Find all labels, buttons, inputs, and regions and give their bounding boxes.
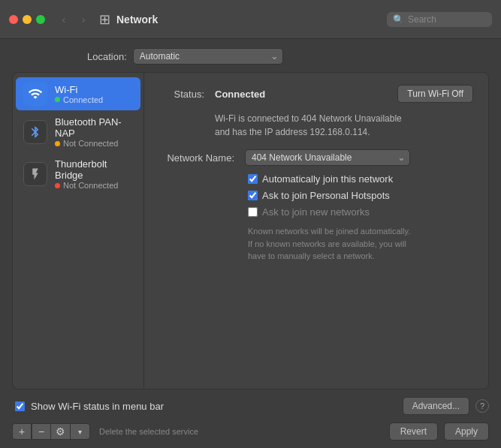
bluetooth-name: Bluetooth PAN-NAP — [55, 116, 133, 139]
content: Location: Automatic Wi-Fi — [0, 39, 501, 448]
checkbox-auto-join-label: Automatically join this network — [262, 173, 393, 185]
help-button[interactable]: ? — [475, 399, 489, 413]
search-icon: 🔍 — [393, 14, 404, 25]
status-row: Status: Connected Turn Wi-Fi Off — [159, 85, 473, 103]
status-label: Status: — [159, 89, 204, 100]
location-select[interactable]: Automatic — [133, 48, 283, 65]
sidebar-controls: + − ⚙ ▾ — [12, 423, 90, 440]
forward-button[interactable]: › — [75, 11, 92, 28]
checkbox-personal-hotspot-input[interactable] — [248, 191, 258, 200]
bluetooth-status-dot — [55, 141, 60, 146]
network-name-select[interactable]: 404 Network Unavailable — [245, 149, 410, 166]
thunderbolt-status-dot — [55, 183, 60, 188]
sidebar: Wi-Fi Connected Blue — [12, 72, 143, 389]
bottom-bar: + − ⚙ ▾ Delete the selected service Reve… — [12, 422, 489, 440]
add-service-button[interactable]: + — [12, 423, 32, 440]
checkbox-auto-join-input[interactable] — [248, 174, 258, 184]
minimize-button[interactable] — [23, 15, 32, 24]
wifi-name: Wi-Fi — [55, 84, 103, 95]
sidebar-item-thunderbolt[interactable]: Thunderbolt Bridge Not Connected — [16, 154, 140, 194]
detail-panel: Status: Connected Turn Wi-Fi Off Wi-Fi i… — [143, 72, 489, 389]
checkbox-new-networks[interactable]: Ask to join new networks — [248, 206, 473, 218]
location-row: Location: Automatic — [12, 48, 489, 65]
wifi-status: Connected — [55, 95, 103, 104]
checkbox-auto-join[interactable]: Automatically join this network — [248, 173, 473, 185]
bluetooth-text: Bluetooth PAN-NAP Not Connected — [55, 116, 133, 148]
status-value: Connected — [215, 89, 387, 100]
advanced-button[interactable]: Advanced... — [403, 397, 469, 415]
location-select-wrapper[interactable]: Automatic — [133, 48, 283, 65]
search-input[interactable] — [408, 14, 486, 25]
main-area: Wi-Fi Connected Blue — [12, 72, 489, 389]
checkbox-new-networks-label: Ask to join new networks — [262, 206, 370, 218]
status-description: Wi-Fi is connected to 404 Network Unavai… — [159, 112, 473, 139]
wifi-status-dot — [55, 97, 60, 102]
checkbox-personal-hotspot[interactable]: Ask to join Personal Hotspots — [248, 190, 473, 201]
dropdown-button[interactable]: ▾ — [71, 423, 90, 440]
network-name-select-wrapper[interactable]: 404 Network Unavailable — [245, 149, 410, 166]
grid-icon: ⊞ — [99, 11, 110, 28]
wifi-status-row: Show Wi-Fi status in menu bar Advanced..… — [12, 397, 489, 415]
back-button[interactable]: ‹ — [56, 11, 72, 28]
bluetooth-icon — [23, 120, 47, 144]
traffic-lights — [9, 15, 45, 24]
sidebar-item-wifi[interactable]: Wi-Fi Connected — [16, 77, 140, 110]
network-name-label: Network Name: — [159, 152, 234, 164]
titlebar: ‹ › ⊞ Network 🔍 — [0, 0, 501, 39]
window-title: Network — [116, 14, 158, 26]
close-button[interactable] — [9, 15, 18, 24]
thunderbolt-text: Thunderbolt Bridge Not Connected — [55, 158, 133, 190]
location-label: Location: — [87, 51, 127, 62]
checkbox-new-networks-input[interactable] — [248, 207, 258, 217]
maximize-button[interactable] — [36, 15, 45, 24]
wifi-icon — [23, 82, 47, 106]
search-box[interactable]: 🔍 — [387, 12, 492, 27]
checkboxes: Automatically join this network Ask to j… — [159, 173, 473, 218]
wifi-text: Wi-Fi Connected — [55, 84, 103, 104]
network-hint: Known networks will be joined automatica… — [159, 225, 415, 263]
gear-button[interactable]: ⚙ — [51, 423, 71, 440]
sidebar-item-bluetooth[interactable]: Bluetooth PAN-NAP Not Connected — [16, 112, 140, 152]
nav-arrows: ‹ › — [56, 11, 92, 28]
thunderbolt-name: Thunderbolt Bridge — [55, 158, 133, 181]
show-wifi-label: Show Wi-Fi status in menu bar — [31, 401, 397, 412]
thunderbolt-icon — [23, 162, 47, 186]
network-name-row: Network Name: 404 Network Unavailable — [159, 149, 473, 166]
sidebar-list: Wi-Fi Connected Blue — [13, 73, 143, 389]
remove-service-button[interactable]: − — [32, 423, 51, 440]
checkbox-personal-hotspot-label: Ask to join Personal Hotspots — [262, 190, 390, 201]
bluetooth-status: Not Connected — [55, 139, 133, 148]
thunderbolt-status: Not Connected — [55, 181, 133, 190]
delete-hint: Delete the selected service — [96, 427, 383, 436]
action-buttons: Revert Apply — [389, 422, 489, 440]
revert-button[interactable]: Revert — [389, 422, 438, 440]
turn-wifi-button[interactable]: Turn Wi-Fi Off — [397, 85, 473, 103]
apply-button[interactable]: Apply — [444, 422, 489, 440]
show-wifi-checkbox[interactable] — [15, 401, 25, 411]
